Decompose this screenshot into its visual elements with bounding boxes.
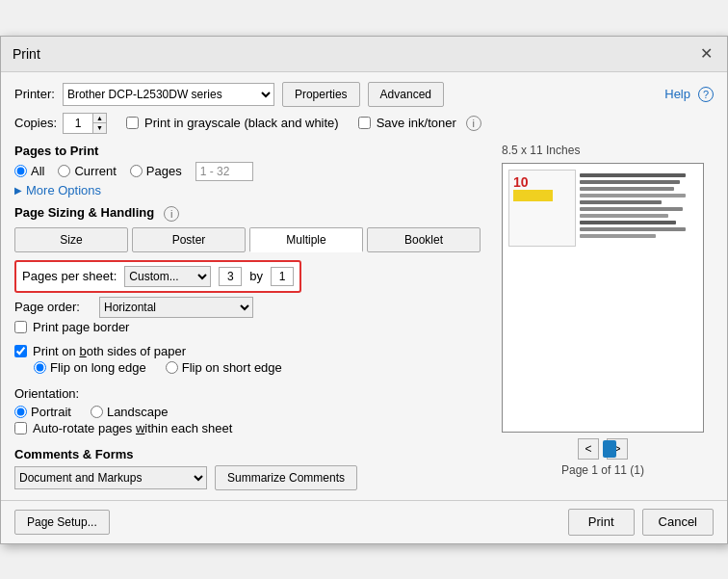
landscape-label[interactable]: Landscape (91, 405, 169, 419)
duplex-row: Print on both sides of paper (14, 344, 481, 358)
all-radio[interactable] (14, 165, 27, 177)
pps-rows-input[interactable] (271, 267, 294, 286)
page-sizing-header: Page Sizing & Handling i (14, 205, 481, 224)
pps-label: Pages per sheet: (22, 269, 117, 283)
preview-box: 10 (502, 163, 704, 433)
comments-row: Document and Markups Document Document a… (14, 465, 481, 490)
page-sizing-info-icon[interactable]: i (164, 206, 179, 222)
print-page-border-row: Print page border (14, 320, 481, 334)
page-order-label: Page order: (14, 300, 91, 314)
close-button[interactable]: ✕ (696, 44, 715, 64)
print-dialog: Print ✕ Printer: Brother DCP-L2530DW ser… (0, 36, 728, 544)
preview-content: 10 (503, 164, 703, 432)
page-order-select[interactable]: Horizontal Horizontal Reversed Vertical … (99, 297, 253, 318)
pps-select[interactable]: Custom... 1 2 4 6 8 16 (124, 266, 211, 287)
landscape-radio[interactable] (91, 406, 103, 418)
page-order-row: Page order: Horizontal Horizontal Revers… (14, 297, 481, 318)
pages-radio-label[interactable]: Pages (130, 164, 182, 178)
more-options-arrow: ▶ (14, 185, 22, 196)
print-page-border-label[interactable]: Print page border (33, 320, 129, 334)
current-radio-label[interactable]: Current (58, 164, 116, 178)
page-info-label: Page 1 of 11 (1) (561, 463, 644, 477)
duplex-label[interactable]: Print on both sides of paper (33, 344, 186, 358)
comments-forms-title: Comments & Forms (14, 447, 481, 461)
printer-label: Printer: (14, 87, 55, 101)
current-radio[interactable] (58, 165, 70, 177)
printer-row: Printer: Brother DCP-L2530DW series Prop… (14, 82, 714, 107)
duplex-options: Flip on long edge Flip on short edge (14, 360, 481, 375)
preview-nav: < > (578, 438, 628, 460)
prev-page-button[interactable]: < (578, 438, 599, 460)
copies-down-button[interactable]: ▼ (92, 123, 106, 133)
left-panel: Pages to Print All Current Pages (14, 144, 481, 490)
preview-size-label: 8.5 x 11 Inches (492, 144, 580, 157)
orientation-row: Portrait Landscape (14, 405, 481, 419)
pages-range-input[interactable] (195, 162, 253, 181)
summarize-comments-button[interactable]: Summarize Comments (215, 465, 357, 490)
orientation-section: Orientation: Portrait Landscape (14, 386, 481, 435)
tab-size[interactable]: Size (14, 227, 128, 252)
copies-input[interactable] (64, 114, 92, 133)
tab-multiple[interactable]: Multiple (249, 227, 363, 252)
properties-button[interactable]: Properties (282, 82, 360, 107)
portrait-radio[interactable] (14, 406, 27, 418)
tab-booklet[interactable]: Booklet (367, 227, 481, 252)
preview-card-left: 10 (508, 170, 576, 247)
duplex-section: Print on both sides of paper Flip on lon… (14, 342, 481, 375)
flip-long-edge-label[interactable]: Flip on long edge (34, 360, 146, 375)
more-options-toggle[interactable]: ▶ More Options (14, 183, 481, 197)
pages-per-sheet-row: Pages per sheet: Custom... 1 2 4 6 8 16 (14, 260, 301, 293)
main-content: Pages to Print All Current Pages (14, 144, 714, 490)
duplex-checkbox[interactable] (14, 345, 27, 357)
all-radio-label[interactable]: All (14, 164, 44, 178)
page-sizing-section: Page Sizing & Handling i Size Poster Mul… (14, 205, 481, 334)
page-slider-thumb[interactable] (603, 440, 616, 458)
print-page-border-checkbox[interactable] (14, 321, 27, 333)
title-bar: Print ✕ (1, 37, 727, 72)
save-ink-checkbox[interactable] (358, 117, 371, 129)
comments-select[interactable]: Document and Markups Document Document a… (14, 466, 207, 489)
options-row: Copies: ▲ ▼ Print in grayscale (black an… (14, 113, 714, 134)
help-link[interactable]: Help (664, 87, 690, 101)
save-ink-label[interactable]: Save ink/toner (377, 116, 456, 130)
save-ink-info-icon[interactable]: i (466, 116, 481, 131)
cancel-button[interactable]: Cancel (642, 509, 714, 536)
portrait-label[interactable]: Portrait (14, 405, 71, 419)
auto-rotate-checkbox[interactable] (14, 422, 27, 434)
bottom-row: Page Setup... Print Cancel (1, 500, 727, 543)
preview-panel: 8.5 x 11 Inches 10 (492, 144, 714, 490)
page-sizing-tabs: Size Poster Multiple Booklet (14, 227, 481, 252)
pages-radio[interactable] (130, 165, 143, 177)
copies-up-button[interactable]: ▲ (92, 114, 106, 123)
copies-label: Copies: (14, 116, 57, 130)
tab-poster[interactable]: Poster (132, 227, 246, 252)
flip-long-edge-radio[interactable] (34, 361, 46, 374)
page-setup-button[interactable]: Page Setup... (14, 510, 110, 535)
printer-select[interactable]: Brother DCP-L2530DW series (63, 83, 274, 106)
help-icon[interactable]: ? (698, 87, 714, 102)
flip-short-edge-label[interactable]: Flip on short edge (166, 360, 282, 375)
page-sizing-title: Page Sizing & Handling (14, 205, 154, 220)
pages-to-print-section: Pages to Print All Current Pages (14, 144, 481, 197)
pps-cols-input[interactable] (219, 267, 242, 286)
pages-radio-group: All Current Pages (14, 162, 481, 181)
dialog-title: Print (13, 46, 40, 62)
dialog-body: Printer: Brother DCP-L2530DW series Prop… (1, 72, 727, 500)
auto-rotate-row: Auto-rotate pages within each sheet (14, 421, 481, 435)
advanced-button[interactable]: Advanced (368, 82, 444, 107)
orientation-title: Orientation: (14, 386, 481, 401)
auto-rotate-label[interactable]: Auto-rotate pages within each sheet (33, 421, 232, 435)
grayscale-label[interactable]: Print in grayscale (black and white) (144, 116, 339, 130)
pages-to-print-title: Pages to Print (14, 144, 481, 158)
flip-short-edge-radio[interactable] (166, 361, 178, 374)
grayscale-checkbox[interactable] (126, 117, 139, 129)
by-label: by (249, 269, 263, 283)
comments-forms-section: Comments & Forms Document and Markups Do… (14, 447, 481, 490)
preview-lines (580, 170, 697, 426)
print-button[interactable]: Print (568, 509, 635, 536)
